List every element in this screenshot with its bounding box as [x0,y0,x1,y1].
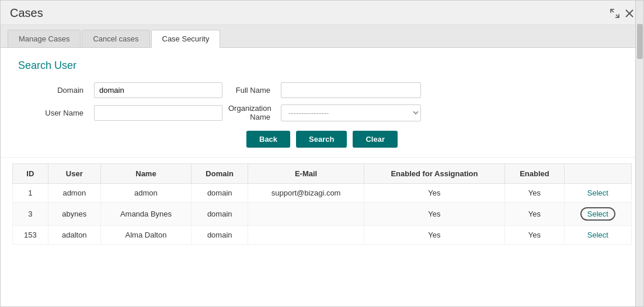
cell-email [248,226,364,245]
scrollbar-thumb[interactable] [637,24,643,59]
cell-user: abynes [48,203,100,226]
cell-action: Select [564,226,631,245]
orgname-select[interactable]: ---------------- [281,104,421,121]
cell-enabled: Yes [505,184,565,203]
cell-enabled-assign: Yes [364,226,504,245]
title-controls [610,8,634,19]
search-panel: Search User Domain Full Name User Name O… [1,48,643,158]
domain-label: Domain [18,86,88,95]
cell-user: adalton [48,226,100,245]
cell-id: 1 [13,184,48,203]
results-table: ID User Name Domain E-Mail Enabled for A… [12,163,632,245]
tab-cancel-cases[interactable]: Cancel cases [82,30,149,47]
col-user: User [48,164,100,184]
fullname-label: Full Name [228,86,275,95]
cell-name: Alma Dalton [100,226,191,245]
cell-user: admon [48,184,100,203]
username-label: User Name [18,109,88,117]
buttons-row: Back Search Clear [18,131,626,148]
expand-icon[interactable] [610,8,620,19]
cell-id: 3 [13,203,48,226]
table-header-row: ID User Name Domain E-Mail Enabled for A… [13,164,632,184]
cell-domain: domain [191,184,248,203]
domain-input[interactable] [94,82,222,98]
cell-id: 153 [13,226,48,245]
col-action [564,164,631,184]
table-row: 1admonadmondomainsupport@bizagi.comYesYe… [13,184,632,203]
tab-bar: Manage Cases Cancel cases Case Security [1,25,643,48]
scrollbar[interactable] [635,1,643,306]
col-name: Name [100,164,191,184]
cell-enabled-assign: Yes [364,203,504,226]
cell-enabled-assign: Yes [364,184,504,203]
window-title: Cases [10,6,43,20]
col-enabled: Enabled [505,164,565,184]
cell-enabled: Yes [505,226,565,245]
cell-action: Select [564,203,631,226]
cell-email [248,203,364,226]
orgname-label: Organization Name [228,104,275,121]
cases-window: Cases Manage Cases Cancel cases Case Sec… [0,0,644,307]
clear-button[interactable]: Clear [353,131,398,148]
cell-action: Select [564,184,631,203]
cell-email: support@bizagi.com [248,184,364,203]
back-button[interactable]: Back [246,131,290,148]
search-button[interactable]: Search [296,131,347,148]
table-row: 153adaltonAlma DaltondomainYesYesSelect [13,226,632,245]
col-id: ID [13,164,48,184]
search-form: Domain Full Name User Name Organization … [18,82,626,121]
cell-name: Amanda Bynes [100,203,191,226]
cell-domain: domain [191,203,248,226]
title-bar: Cases [1,1,643,25]
select-link[interactable]: Select [587,231,608,239]
cell-enabled: Yes [505,203,565,226]
search-title: Search User [18,60,626,72]
tab-manage-cases[interactable]: Manage Cases [8,30,81,47]
col-domain: Domain [191,164,248,184]
col-email: E-Mail [248,164,364,184]
tab-case-security[interactable]: Case Security [151,30,221,48]
fullname-input[interactable] [281,82,421,98]
select-link[interactable]: Select [580,207,615,221]
select-link[interactable]: Select [587,189,608,197]
col-enabled-assign: Enabled for Assignation [364,164,504,184]
close-icon[interactable] [625,9,634,18]
cell-name: admon [100,184,191,203]
content-area: Search User Domain Full Name User Name O… [1,48,643,306]
results-table-area: ID User Name Domain E-Mail Enabled for A… [1,158,643,306]
cell-domain: domain [191,226,248,245]
table-row: 3abynesAmanda BynesdomainYesYesSelect [13,203,632,226]
username-input[interactable] [94,105,222,121]
